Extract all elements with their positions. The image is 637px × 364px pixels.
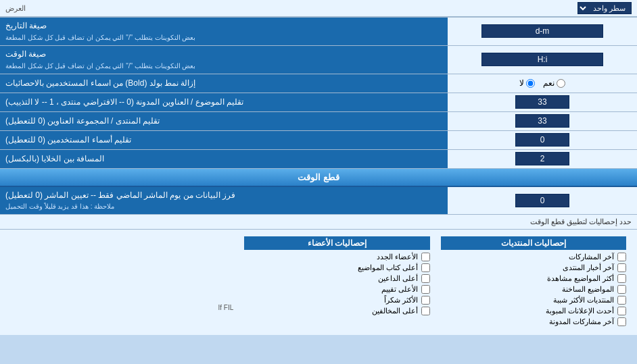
topic-title-input[interactable] xyxy=(515,95,569,109)
user-names-input[interactable] xyxy=(515,133,569,147)
limit-row: حدد إحصاليات لتطبيق قطع الوقت xyxy=(0,215,637,230)
date-format-row: صيغة التاريخ بعض التكوينات يتطلب "/" الت… xyxy=(0,18,637,46)
forum-title-input-container[interactable] xyxy=(448,112,637,130)
list-item: المنتديات الأكثر شببة xyxy=(441,296,626,305)
stats-grid: إحصاليات المنتديات آخر المشاركات آخر أخب… xyxy=(5,234,632,331)
bold-remove-row: نعم لا إزالة نمط بولد (Bold) من اسماء ال… xyxy=(0,74,637,93)
time-format-label: صيغة الوقت بعض التكوينات يتطلب "/" التي … xyxy=(0,46,448,74)
list-item: أعلى الداعين xyxy=(244,274,429,283)
display-dropdown[interactable]: سطر واحد سطرين ثلاثة أسطر xyxy=(577,2,632,14)
list-item: الأعلى تقييم xyxy=(244,285,429,294)
time-format-input[interactable] xyxy=(481,53,603,66)
time-format-row: صيغة الوقت بعض التكوينات يتطلب "/" التي … xyxy=(0,46,637,74)
checkbox-latest-news[interactable] xyxy=(617,263,626,272)
time-cut-label: فرز البيانات من يوم الماشر الماضي فقط --… xyxy=(0,187,448,215)
topic-title-label: تقليم الموضوع / العناوين المدونة (0 -- ا… xyxy=(0,93,448,111)
bold-remove-radio-container: نعم لا xyxy=(448,74,637,93)
bold-remove-label: إزالة نمط بولد (Bold) من اسماء المستخدمي… xyxy=(0,74,448,93)
checkbox-popular-forums[interactable] xyxy=(617,296,626,305)
checkbox-latest-posts[interactable] xyxy=(617,253,626,261)
list-item: آخر المشاركات xyxy=(441,253,626,261)
list-item: المواضيع الساخنة xyxy=(441,285,626,294)
extra-col: If FIL xyxy=(5,234,239,331)
forum-title-label: تقليم المنتدى / المجموعة العناوين (0 للت… xyxy=(0,112,448,130)
checkbox-latest-classifieds[interactable] xyxy=(617,307,626,315)
checkbox-top-posters[interactable] xyxy=(421,263,430,272)
checkbox-top-violators[interactable] xyxy=(421,307,430,315)
checkbox-top-rated[interactable] xyxy=(421,285,430,294)
radio-no-label[interactable]: لا xyxy=(519,78,535,88)
time-cut-header: قطع الوقت xyxy=(0,169,637,187)
topic-title-input-container[interactable] xyxy=(448,93,637,111)
time-format-input-container[interactable] xyxy=(448,46,637,74)
member-stats-col: إحصاليات الأعضاء الأعضاء الجدد أعلى كتاب… xyxy=(239,234,435,331)
user-names-label: تقليم أسماء المستخدمين (0 للتعطيل) xyxy=(0,131,448,149)
main-container: سطر واحد سطرين ثلاثة أسطر العرض صيغة الت… xyxy=(0,0,637,335)
list-item: أحدث الإعلانات المبوبة xyxy=(441,307,626,315)
radio-yes-label[interactable]: نعم xyxy=(543,78,565,88)
list-item: الأعضاء الجدد xyxy=(244,253,429,261)
date-format-input[interactable] xyxy=(481,24,603,38)
checkbox-top-inviters[interactable] xyxy=(421,274,430,283)
cell-spacing-row: المسافة بين الخلايا (بالبكسل) xyxy=(0,150,637,169)
list-item: آخر أخبار المنتدى xyxy=(441,263,626,272)
radio-no[interactable] xyxy=(526,79,535,88)
list-item: أعلى كتاب المواضيع xyxy=(244,263,429,272)
if-fil-text: If FIL xyxy=(11,236,233,311)
cell-spacing-input[interactable] xyxy=(515,152,569,165)
bold-radio-group: نعم لا xyxy=(519,78,565,88)
radio-yes[interactable] xyxy=(557,79,565,88)
checkbox-most-thanked[interactable] xyxy=(421,296,430,305)
time-cut-row: فرز البيانات من يوم الماشر الماضي فقط --… xyxy=(0,187,637,215)
list-item: آخر مشاركات المدونة xyxy=(441,317,626,326)
date-format-label: صيغة التاريخ بعض التكوينات يتطلب "/" الت… xyxy=(0,18,448,45)
dropdown-container[interactable]: سطر واحد سطرين ثلاثة أسطر xyxy=(577,2,632,14)
bottom-stats-section: إحصاليات المنتديات آخر المشاركات آخر أخب… xyxy=(0,230,637,335)
checkbox-new-members[interactable] xyxy=(421,253,430,261)
user-names-input-container[interactable] xyxy=(448,131,637,149)
topic-title-row: تقليم الموضوع / العناوين المدونة (0 -- ا… xyxy=(0,93,637,112)
member-stats-header: إحصاليات الأعضاء xyxy=(244,236,429,250)
cell-spacing-input-container[interactable] xyxy=(448,150,637,168)
list-item: أكثر المواضيع مشاهدة xyxy=(441,274,626,283)
forum-title-row: تقليم المنتدى / المجموعة العناوين (0 للت… xyxy=(0,112,637,131)
date-format-input-container[interactable] xyxy=(448,18,637,45)
forum-stats-col: إحصاليات المنتديات آخر المشاركات آخر أخب… xyxy=(435,234,632,331)
forum-title-input[interactable] xyxy=(515,114,569,128)
time-cut-input-container[interactable] xyxy=(448,187,637,215)
list-item: الأكثر شكراً xyxy=(244,296,429,305)
cell-spacing-label: المسافة بين الخلايا (بالبكسل) xyxy=(0,150,448,168)
list-item: أعلى المخالفين xyxy=(244,307,429,315)
user-names-row: تقليم أسماء المستخدمين (0 للتعطيل) xyxy=(0,131,637,150)
top-header-row: سطر واحد سطرين ثلاثة أسطر العرض xyxy=(0,0,637,18)
section-title: العرض xyxy=(5,4,26,13)
checkbox-most-viewed[interactable] xyxy=(617,274,626,283)
checkbox-hot-topics[interactable] xyxy=(617,285,626,294)
checkbox-latest-blog-posts[interactable] xyxy=(617,317,626,326)
forum-stats-header: إحصاليات المنتديات xyxy=(441,236,626,250)
time-cut-input[interactable] xyxy=(515,194,569,207)
